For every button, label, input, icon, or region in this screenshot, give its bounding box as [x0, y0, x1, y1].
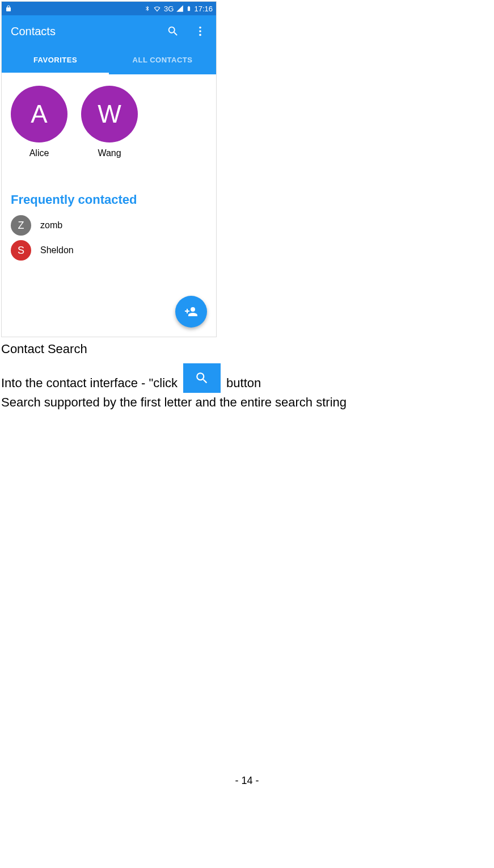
tab-label: FAVORITES [33, 56, 77, 64]
contact-name: Sheldon [40, 245, 74, 255]
add-person-icon [184, 305, 198, 318]
contact-name: Alice [29, 148, 49, 158]
tab-label: ALL CONTACTS [133, 56, 193, 64]
avatar: W [81, 86, 138, 142]
app-bar: Contacts [2, 15, 216, 47]
avatar: S [11, 240, 31, 261]
avatar-initial: S [18, 245, 24, 257]
frequent-contact-zomb[interactable]: Z zomb [2, 213, 216, 238]
svg-point-2 [199, 34, 201, 36]
avatar-initial: Z [18, 220, 24, 232]
search-icon [195, 371, 209, 385]
search-button[interactable] [166, 24, 180, 38]
section-header-frequent: Frequently contacted [2, 164, 216, 213]
avatar: Z [11, 215, 31, 236]
avatar-initial: A [31, 100, 47, 128]
tab-favorites[interactable]: FAVORITES [2, 47, 109, 74]
favorite-contact-alice[interactable]: A Alice [11, 86, 67, 158]
favorite-contact-wang[interactable]: W Wang [81, 86, 138, 158]
doc-heading: Contact Search [0, 339, 494, 359]
wifi-icon [153, 5, 162, 12]
clock-time: 17:16 [194, 5, 213, 13]
contact-name: zomb [40, 220, 62, 230]
more-vert-icon [194, 25, 206, 37]
contacts-app-screenshot: 3G 17:16 Contacts [1, 1, 217, 337]
signal-icon [176, 5, 184, 12]
page-number: - 14 - [0, 775, 494, 798]
doc-line-2: Search supported by the first letter and… [0, 393, 494, 412]
battery-icon [186, 5, 192, 12]
add-contact-fab[interactable] [175, 296, 207, 328]
tab-all-contacts[interactable]: ALL CONTACTS [109, 47, 216, 74]
status-bar: 3G 17:16 [2, 2, 216, 15]
avatar: A [11, 86, 67, 142]
page-title: Contacts [11, 25, 56, 38]
svg-point-0 [199, 27, 201, 29]
inline-search-button[interactable] [183, 363, 221, 393]
frequent-contact-sheldon[interactable]: S Sheldon [2, 238, 216, 263]
doc-text-pre: Into the contact interface - "click [0, 374, 179, 393]
lock-icon [5, 5, 12, 12]
doc-text-post: button [225, 374, 262, 393]
search-icon [167, 25, 179, 37]
bluetooth-icon [145, 5, 150, 12]
avatar-initial: W [98, 100, 121, 128]
contact-name: Wang [98, 148, 121, 158]
favorites-grid: A Alice W Wang [2, 74, 216, 164]
doc-line-1: Into the contact interface - "click butt… [0, 363, 494, 393]
overflow-menu-button[interactable] [193, 24, 207, 38]
network-label: 3G [164, 5, 174, 13]
svg-point-1 [199, 30, 201, 32]
tabs: FAVORITES ALL CONTACTS [2, 47, 216, 74]
